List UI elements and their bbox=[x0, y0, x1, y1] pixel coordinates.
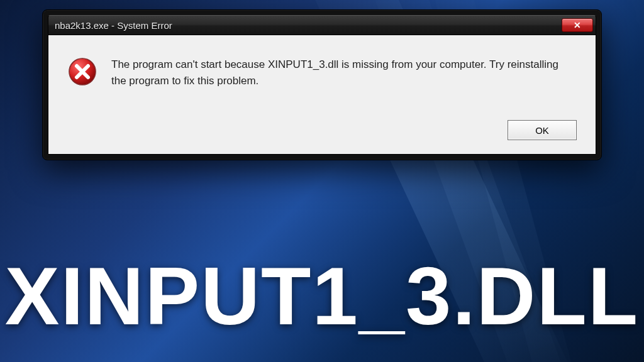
error-message: The program can't start because XINPUT1_… bbox=[111, 57, 564, 89]
overlay-caption: XINPUT1_3.DLL bbox=[0, 249, 644, 343]
error-dialog: nba2k13.exe - System Error ✕ bbox=[42, 9, 602, 160]
titlebar[interactable]: nba2k13.exe - System Error ✕ bbox=[48, 15, 596, 35]
error-icon bbox=[67, 57, 97, 87]
dialog-client-area: The program can't start because XINPUT1_… bbox=[48, 35, 596, 155]
message-row: The program can't start because XINPUT1_… bbox=[67, 57, 577, 89]
window-title: nba2k13.exe - System Error bbox=[55, 20, 172, 31]
close-button[interactable]: ✕ bbox=[562, 18, 593, 32]
button-row: OK bbox=[67, 120, 577, 140]
ok-button[interactable]: OK bbox=[508, 120, 577, 140]
close-icon: ✕ bbox=[574, 20, 581, 30]
